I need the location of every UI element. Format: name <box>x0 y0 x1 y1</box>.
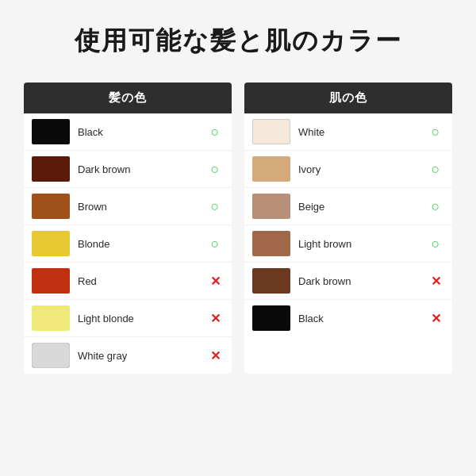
color-swatch <box>32 231 70 256</box>
skin-table-header: 肌の色 <box>244 83 452 113</box>
table-row: Red✕ <box>24 263 232 300</box>
color-name: White gray <box>78 350 198 362</box>
color-swatch <box>32 194 70 219</box>
ok-icon: ○ <box>427 161 444 178</box>
color-name: Light brown <box>298 238 419 250</box>
table-row: Black✕ <box>244 300 452 336</box>
ok-icon: ○ <box>427 124 444 140</box>
ok-icon: ○ <box>206 161 224 178</box>
table-row: Brown○ <box>24 188 232 225</box>
ok-icon: ○ <box>427 236 444 252</box>
ng-icon: ✕ <box>427 311 444 326</box>
table-row: Ivory○ <box>244 151 452 188</box>
color-name: Light blonde <box>78 313 198 324</box>
color-swatch <box>252 194 290 219</box>
ng-icon: ✕ <box>206 348 224 363</box>
color-swatch <box>252 305 290 331</box>
ok-icon: ○ <box>206 124 224 140</box>
color-swatch <box>32 305 70 331</box>
table-row: Dark brown○ <box>24 151 232 188</box>
table-row: Black○ <box>24 113 232 151</box>
color-swatch <box>252 231 290 256</box>
skin-table: 肌の色 White○Ivory○Beige○Light brown○Dark b… <box>244 83 452 374</box>
color-name: Beige <box>298 201 419 213</box>
color-name: Blonde <box>78 238 198 250</box>
color-name: Black <box>298 313 419 324</box>
color-swatch <box>32 343 70 368</box>
ok-icon: ○ <box>427 198 444 215</box>
table-row: Beige○ <box>244 188 452 225</box>
table-row: Light blonde✕ <box>24 300 232 337</box>
color-name: Ivory <box>298 163 419 175</box>
color-swatch <box>252 156 290 182</box>
hair-table-body: Black○Dark brown○Brown○Blonde○Red✕Light … <box>24 113 232 374</box>
ng-icon: ✕ <box>206 274 224 289</box>
color-name: Red <box>78 275 198 287</box>
color-swatch <box>32 156 70 182</box>
ok-icon: ○ <box>206 198 224 215</box>
color-name: Brown <box>78 201 198 213</box>
color-name: Dark brown <box>298 275 419 287</box>
color-name: Dark brown <box>78 163 198 175</box>
skin-table-body: White○Ivory○Beige○Light brown○Dark brown… <box>244 113 452 336</box>
color-name: White <box>298 126 419 138</box>
tables-container: 髪の色 Black○Dark brown○Brown○Blonde○Red✕Li… <box>24 83 452 374</box>
ok-icon: ○ <box>206 236 224 252</box>
color-swatch <box>252 268 290 294</box>
table-row: Light brown○ <box>244 225 452 263</box>
table-row: White gray✕ <box>24 337 232 374</box>
color-swatch <box>32 268 70 294</box>
color-swatch <box>252 119 290 144</box>
ng-icon: ✕ <box>427 274 444 289</box>
color-name: Black <box>78 126 198 138</box>
table-row: Dark brown✕ <box>244 263 452 300</box>
color-swatch <box>32 119 70 144</box>
table-row: Blonde○ <box>24 225 232 263</box>
ng-icon: ✕ <box>206 311 224 326</box>
page-title: 使用可能な髪と肌のカラー <box>75 24 402 59</box>
table-row: White○ <box>244 113 452 151</box>
hair-table-header: 髪の色 <box>24 83 232 113</box>
hair-table: 髪の色 Black○Dark brown○Brown○Blonde○Red✕Li… <box>24 83 232 374</box>
